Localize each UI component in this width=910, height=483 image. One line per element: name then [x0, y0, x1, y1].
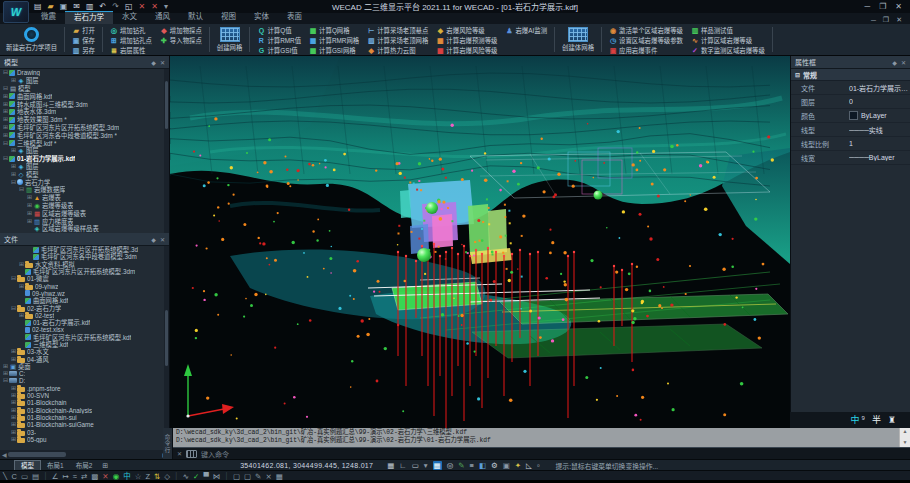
tree-item[interactable]: ⊞03-水文: [0, 348, 169, 355]
expander-icon[interactable]: ⊞: [10, 147, 17, 154]
tree-item[interactable]: ⊞转水成图斗三维模型.3dm: [0, 100, 169, 108]
ribbon-button-打开[interactable]: ▰打开: [70, 26, 97, 35]
close-icon[interactable]: ✕: [160, 59, 165, 66]
tree-item[interactable]: ⊟▤模型: [0, 85, 169, 93]
expander-icon[interactable]: ⊞: [10, 392, 17, 399]
ribbon-button-导入物探点[interactable]: ✚导入物探点: [158, 36, 204, 45]
lineweight-icon[interactable]: ≡: [469, 461, 473, 470]
expander-icon[interactable]: ⊞: [10, 407, 17, 414]
tree-item[interactable]: ◈区域岩爆等级样品表: [0, 225, 169, 233]
expander-icon[interactable]: ⊟: [2, 377, 9, 384]
ribbon-button-计算GSI网格[interactable]: ▦计算GSI网格: [307, 46, 361, 55]
expander-icon[interactable]: ⊞: [10, 421, 17, 428]
tree-item[interactable]: ⊞01-Blockchain: [0, 399, 169, 406]
tree-item[interactable]: ⊞01-Blockchain-sui: [0, 414, 169, 421]
command-input-placeholder[interactable]: 键入命令: [201, 449, 229, 459]
command-history[interactable]: ▲▼ D:\wecad_sdk_ky\3d_cad_2\bin_git\矿冶-真…: [173, 428, 910, 447]
view-mode-icon[interactable]: ♜: [888, 415, 896, 425]
ribbon-tab-通风[interactable]: 通风: [146, 11, 179, 24]
expander-icon[interactable]: ⊞: [18, 261, 25, 268]
pin-icon[interactable]: ◆: [151, 236, 156, 243]
ribbon-button-计算热力云图[interactable]: ◆计算热力云图: [365, 46, 430, 55]
expander-icon[interactable]: ⊞: [2, 101, 9, 108]
expander-icon[interactable]: ⊟: [10, 179, 17, 186]
clear-command-icon[interactable]: ✕: [177, 450, 182, 457]
qa-close-doc-icon[interactable]: ✕: [139, 3, 146, 11]
expander-icon[interactable]: ⊞: [10, 171, 17, 178]
ribbon-tab-微震[interactable]: 微震: [32, 11, 65, 24]
create-volume-mesh-button[interactable]: 创建体网格: [558, 25, 598, 54]
ribbon-tab-实体[interactable]: 实体: [245, 11, 278, 24]
qa-save-icon[interactable]: ▣: [60, 3, 68, 11]
restore-icon[interactable]: ❐: [879, 2, 886, 12]
tree-item[interactable]: ⊞▣桌面: [0, 363, 169, 370]
tree-item[interactable]: ⊞04-通风: [0, 355, 169, 362]
ribbon-button-计算GSI值[interactable]: G计算GSI值: [255, 46, 303, 55]
tree-item[interactable]: ⊞▥应力梯度表: [0, 217, 169, 225]
expander-icon[interactable]: ⊟: [2, 155, 9, 162]
ribbon-tab-默认[interactable]: 默认: [179, 11, 212, 24]
ribbon-button-样品测试值[interactable]: ▥样品测试值: [689, 26, 767, 35]
tree-item[interactable]: 毛坪矿区河东片区开拓系统模型.3d: [0, 246, 169, 253]
ribbon-tab-表面[interactable]: 表面: [278, 11, 311, 24]
half-snap-toggle[interactable]: 半: [872, 415, 881, 425]
tree-item[interactable]: 09-yhwz.wz: [0, 290, 169, 297]
model-tree-scrollbar[interactable]: [164, 69, 169, 234]
tree-item[interactable]: ⊟三维模型.kdf *: [0, 139, 169, 147]
ribbon-button-应用岩爆事件[interactable]: ▣应用岩爆事件: [607, 46, 685, 55]
tree-item[interactable]: 毛坪矿区河东各中段巷道模型.3dm: [0, 253, 169, 260]
tree-item[interactable]: ⊞◈图层: [0, 147, 169, 155]
ribbon-button-保存[interactable]: ▣保存: [70, 36, 97, 45]
expander-icon[interactable]: ⊞: [2, 116, 9, 123]
qa-print-icon[interactable]: ▥: [86, 3, 94, 11]
expander-icon[interactable]: ⊞: [10, 348, 17, 355]
transparency-icon[interactable]: ◧: [479, 461, 486, 470]
center-snap-toggle[interactable]: 中: [851, 415, 860, 425]
grid-toggle-icon[interactable]: ▦: [387, 461, 394, 470]
expander-icon[interactable]: ⊞: [10, 414, 17, 421]
doc-restore-icon[interactable]: ❐: [883, 16, 889, 24]
tree-item[interactable]: ⊞曲面网格.kdf: [0, 92, 169, 100]
expander-icon[interactable]: ⊞: [10, 399, 17, 406]
ribbon-button-数字监测区域岩爆等级[interactable]: ✓数字监测区域岩爆等级: [689, 46, 767, 55]
tree-item[interactable]: ⊟01-岩石力学展示.kdf: [0, 155, 169, 163]
settings-gear-icon[interactable]: ⚙: [491, 461, 498, 470]
dropdown-icon[interactable]: ▾: [424, 461, 428, 470]
close-icon[interactable]: ✕: [160, 236, 165, 243]
qa-undo-icon[interactable]: ↶: [100, 3, 107, 11]
ribbon-button-设置区域岩爆等级参数[interactable]: ◷设置区域岩爆等级参数: [607, 36, 685, 45]
tree-item[interactable]: ⊞◈图层: [0, 77, 169, 85]
qa-window-icon[interactable]: ◱: [125, 3, 133, 11]
tree-item[interactable]: ⊞地表效果图.3dm *: [0, 116, 169, 124]
ribbon-button-增加物探点[interactable]: ◆增加物探点: [158, 26, 204, 35]
ribbon-button-计算采场老顶网格[interactable]: ▨计算采场老顶网格: [365, 36, 430, 45]
tree-item[interactable]: ⊞水文资料-模拟: [0, 261, 169, 268]
tree-item[interactable]: ⊞01-Blockchain-suiGame: [0, 421, 169, 428]
expander-icon[interactable]: ⊞: [26, 218, 33, 225]
file-tree-hscrollbar[interactable]: ◀ ▶: [0, 450, 170, 459]
viewport-3d[interactable]: [170, 56, 790, 428]
ribbon-button-岩爆AI监测[interactable]: ♟岩爆AI监测: [503, 26, 549, 35]
qa-open-file-icon[interactable]: ▰: [48, 3, 54, 11]
tree-item[interactable]: ⊞02-test: [0, 312, 169, 319]
expander-icon[interactable]: ⊞: [10, 356, 17, 363]
property-value[interactable]: ────ByLayer: [849, 154, 895, 161]
ribbon-button-计算RMR网格[interactable]: ▦计算RMR网格: [307, 36, 361, 45]
expander-icon[interactable]: ⊞: [26, 210, 33, 217]
expander-icon[interactable]: ⊞: [2, 363, 9, 370]
expander-icon[interactable]: ⊞: [2, 93, 9, 100]
expander-icon[interactable]: ⊞: [10, 385, 17, 392]
tree-item[interactable]: 曲面网格.kdf: [0, 297, 169, 304]
tree-item[interactable]: ⊞C:: [0, 370, 169, 377]
tree-item[interactable]: 02-test.xlsx: [0, 326, 169, 333]
annotate-icon[interactable]: ✎: [458, 461, 464, 470]
expander-icon[interactable]: ⊞: [2, 370, 9, 377]
properties-section-general[interactable]: ⊟ 常规: [791, 69, 910, 81]
ribbon-tab-视图[interactable]: 视图: [212, 11, 245, 24]
command-line-side-tab[interactable]: 命令行: [163, 428, 173, 459]
qa-new-file-icon[interactable]: ▤: [34, 3, 42, 11]
expander-icon[interactable]: ⊟: [2, 85, 9, 92]
ribbon-button-计算区域岩爆等级[interactable]: ∿计算区域岩爆等级: [689, 36, 767, 45]
tree-item[interactable]: ⊞05-gpu: [0, 436, 169, 443]
doc-minimize-icon[interactable]: ─: [871, 17, 876, 24]
